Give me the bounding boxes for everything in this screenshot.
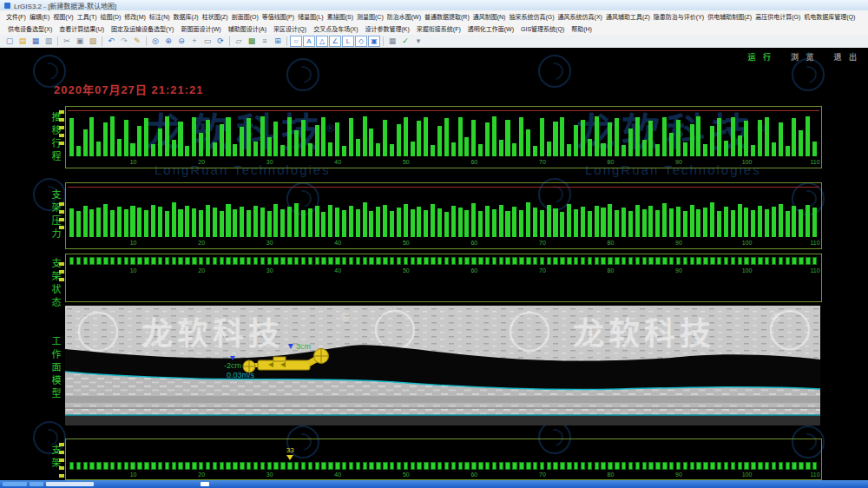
x-tick-label: 80 [608,472,615,478]
chart-support-pressure[interactable]: 102030405060708090100110 [65,182,822,249]
bar [89,117,94,156]
print-icon[interactable]: ▥ [43,36,55,47]
bar [233,209,237,237]
menu-item[interactable]: 编辑(E) [28,11,51,22]
bar [471,203,476,237]
bar [588,139,592,156]
bar [451,206,456,237]
status-square [213,257,217,265]
status-square [724,462,728,470]
diamond-tool-icon[interactable]: ◇ [355,36,367,47]
menu-item[interactable]: 供电辅助制图(Z) [706,11,753,22]
label-workface-model: 工作面模型 [49,336,62,401]
menu-item[interactable]: 文件(F) [4,11,28,22]
triangle-tool-icon[interactable]: △ [316,36,328,47]
zoom-window-icon[interactable]: ◎ [149,36,161,47]
cut-icon[interactable]: ✂ [61,36,73,47]
grid-icon[interactable]: ⊞ [272,36,284,47]
menu-item[interactable]: 通风辅助工具(Z) [604,11,652,22]
bar [595,116,599,156]
status-square [424,462,428,470]
status-square [499,462,503,470]
chart-supports[interactable]: 102030405060708090100110 33 [65,439,822,480]
menu-item[interactable]: 绘图(D) [99,11,123,22]
menu-item[interactable]: 测量图(C) [355,11,385,22]
status-square [267,462,272,470]
x-tick-label: 50 [403,472,410,478]
bar [635,205,640,237]
dropdown-icon[interactable]: ▾ [412,36,424,47]
menu-item[interactable]: 普通数据提取(R) [423,11,471,22]
redo-icon[interactable]: ↷ [118,36,130,47]
menu-item[interactable]: 采掘衔接系统(F) [413,23,464,34]
zoom-out-icon[interactable]: ⊖ [175,36,187,47]
menu-item[interactable]: 新图面设计(W) [177,23,224,34]
exit-button[interactable]: 退 出 [833,51,859,63]
menu-item[interactable]: 柱状图(Z) [201,11,230,22]
menu-item[interactable]: 储量图(L) [296,11,326,22]
angle-tool-icon[interactable]: ∠ [329,36,341,47]
menu-item[interactable]: 供电设备选型(X) [4,23,56,34]
workface-model[interactable]: 龙软科技 ® 龙软科技 ® [65,306,820,425]
run-button[interactable]: 运 行 [747,51,773,63]
layers-icon[interactable]: ▩ [246,36,258,47]
status-square [280,462,285,470]
undo-icon[interactable]: ↶ [105,36,117,47]
menu-item[interactable]: 机电数据库管理(Q) [802,11,857,22]
new-icon[interactable]: ▢ [3,36,16,47]
zoom-in-icon[interactable]: ⊕ [162,36,174,47]
menu-item[interactable]: 通风制图(N) [471,11,508,22]
menu-item[interactable]: 工具(T) [76,11,99,22]
format-brush-icon[interactable]: ✎ [131,36,143,47]
menu-item[interactable]: 辅助图设计(A) [225,23,270,34]
x-tick-label: 110 [810,267,819,274]
pan-icon[interactable]: + [188,36,201,47]
menu-item[interactable]: 等值线图(P) [260,11,296,22]
open-icon[interactable]: ▤ [16,36,29,47]
menu-item[interactable]: 设计参数管理(K) [361,23,412,34]
chart-push-stroke[interactable]: 102030405060708090100110 [65,106,822,168]
bar [417,207,421,237]
bar [526,129,530,156]
save-icon[interactable]: ▦ [30,36,42,47]
refresh-icon[interactable]: ⟳ [214,36,227,47]
polygon-icon[interactable]: ▱ [233,36,245,47]
text-tool-icon[interactable]: A [303,36,315,47]
browse-button[interactable]: 浏 览 [791,51,817,63]
menu-item[interactable]: 素描图(S) [326,11,355,22]
circle-tool-icon[interactable]: ○ [290,36,302,47]
menu-item[interactable]: 数据库(J) [172,11,201,22]
copy-icon[interactable]: ▣ [74,36,86,47]
menu-item[interactable]: 采区设计(Q) [270,23,310,34]
menu-item[interactable]: 剖面图(O) [230,11,260,22]
menu-item[interactable]: 通风系统仿真(X) [556,11,604,22]
menu-item[interactable]: 隐患防治与评价(Y) [652,11,706,22]
list-icon[interactable]: ≡ [259,36,271,47]
chart-support-status[interactable]: 102030405060708090100110 [65,254,822,302]
menu-item[interactable]: 固定及运输设备选型(Y) [108,23,177,34]
bar [165,116,169,156]
menu-item[interactable]: GIS管理系统(Q) [517,23,568,34]
status-square [267,257,272,265]
bar [110,210,115,237]
l-tool-icon[interactable]: L [342,36,354,47]
status-square [683,462,687,470]
extent-icon[interactable]: ▭ [201,36,214,47]
status-square [526,462,530,470]
menu-item[interactable]: 帮助(H) [568,23,595,34]
menu-item[interactable]: 高压供电计算(G) [753,11,802,22]
menu-item[interactable]: 抽采系统仿真(G) [507,11,556,22]
menu-item[interactable]: 标注(N) [148,11,172,22]
menu-item[interactable]: 防治水图(W) [385,11,423,22]
block-tool-icon[interactable]: ▣ [368,36,380,47]
menu-item[interactable]: 修改(M) [122,11,148,22]
paste-icon[interactable]: ▨ [87,36,99,47]
table-tool-icon[interactable]: ▦ [386,36,398,47]
status-square [233,462,237,470]
map-canvas[interactable]: 龙软科技® 龙软科技® LongRuan Technologies LongRu… [0,48,868,480]
check-icon[interactable]: ✓ [399,36,411,47]
menu-item[interactable]: 交叉点及车场(X) [310,23,361,34]
menu-item[interactable]: 查看计算结果(U) [56,23,108,34]
menu-item[interactable]: 视图(V) [51,11,75,22]
menu-item[interactable]: 透明化工作面(W) [464,23,517,34]
